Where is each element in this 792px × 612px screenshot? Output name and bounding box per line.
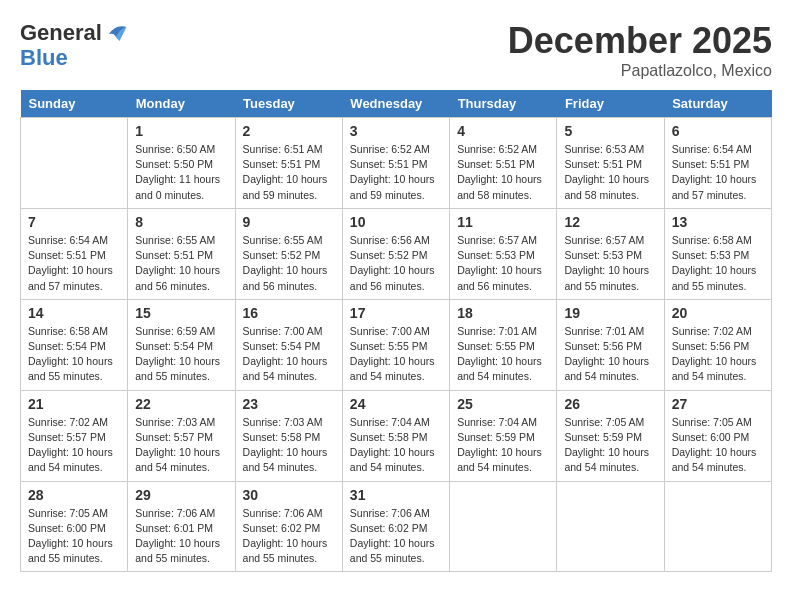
week-row-4: 21Sunrise: 7:02 AM Sunset: 5:57 PM Dayli… — [21, 390, 772, 481]
day-info: Sunrise: 7:00 AM Sunset: 5:54 PM Dayligh… — [243, 324, 335, 385]
day-cell: 31Sunrise: 7:06 AM Sunset: 6:02 PM Dayli… — [342, 481, 449, 572]
day-number: 10 — [350, 214, 442, 230]
day-info: Sunrise: 6:59 AM Sunset: 5:54 PM Dayligh… — [135, 324, 227, 385]
day-cell: 15Sunrise: 6:59 AM Sunset: 5:54 PM Dayli… — [128, 299, 235, 390]
day-number: 18 — [457, 305, 549, 321]
day-number: 3 — [350, 123, 442, 139]
day-info: Sunrise: 7:01 AM Sunset: 5:55 PM Dayligh… — [457, 324, 549, 385]
day-info: Sunrise: 6:50 AM Sunset: 5:50 PM Dayligh… — [135, 142, 227, 203]
day-number: 20 — [672, 305, 764, 321]
day-info: Sunrise: 7:04 AM Sunset: 5:58 PM Dayligh… — [350, 415, 442, 476]
day-number: 17 — [350, 305, 442, 321]
day-info: Sunrise: 6:57 AM Sunset: 5:53 PM Dayligh… — [457, 233, 549, 294]
day-cell: 27Sunrise: 7:05 AM Sunset: 6:00 PM Dayli… — [664, 390, 771, 481]
day-cell: 18Sunrise: 7:01 AM Sunset: 5:55 PM Dayli… — [450, 299, 557, 390]
day-cell: 5Sunrise: 6:53 AM Sunset: 5:51 PM Daylig… — [557, 118, 664, 209]
day-cell: 9Sunrise: 6:55 AM Sunset: 5:52 PM Daylig… — [235, 208, 342, 299]
day-info: Sunrise: 6:57 AM Sunset: 5:53 PM Dayligh… — [564, 233, 656, 294]
day-cell — [21, 118, 128, 209]
day-info: Sunrise: 7:02 AM Sunset: 5:56 PM Dayligh… — [672, 324, 764, 385]
day-number: 6 — [672, 123, 764, 139]
page-header: General Blue December 2025 Papatlazolco,… — [20, 20, 772, 80]
day-info: Sunrise: 7:05 AM Sunset: 5:59 PM Dayligh… — [564, 415, 656, 476]
day-info: Sunrise: 6:51 AM Sunset: 5:51 PM Dayligh… — [243, 142, 335, 203]
calendar-table: SundayMondayTuesdayWednesdayThursdayFrid… — [20, 90, 772, 572]
day-number: 26 — [564, 396, 656, 412]
month-title: December 2025 — [508, 20, 772, 62]
weekday-header-friday: Friday — [557, 90, 664, 118]
day-number: 25 — [457, 396, 549, 412]
day-info: Sunrise: 6:56 AM Sunset: 5:52 PM Dayligh… — [350, 233, 442, 294]
day-info: Sunrise: 7:06 AM Sunset: 6:02 PM Dayligh… — [350, 506, 442, 567]
day-number: 16 — [243, 305, 335, 321]
day-number: 4 — [457, 123, 549, 139]
weekday-header-sunday: Sunday — [21, 90, 128, 118]
day-info: Sunrise: 6:58 AM Sunset: 5:54 PM Dayligh… — [28, 324, 120, 385]
day-number: 2 — [243, 123, 335, 139]
week-row-3: 14Sunrise: 6:58 AM Sunset: 5:54 PM Dayli… — [21, 299, 772, 390]
weekday-header-wednesday: Wednesday — [342, 90, 449, 118]
day-number: 27 — [672, 396, 764, 412]
day-info: Sunrise: 6:52 AM Sunset: 5:51 PM Dayligh… — [350, 142, 442, 203]
logo-bird-icon — [102, 20, 130, 48]
day-info: Sunrise: 7:05 AM Sunset: 6:00 PM Dayligh… — [28, 506, 120, 567]
day-cell: 16Sunrise: 7:00 AM Sunset: 5:54 PM Dayli… — [235, 299, 342, 390]
weekday-header-monday: Monday — [128, 90, 235, 118]
day-number: 23 — [243, 396, 335, 412]
day-number: 13 — [672, 214, 764, 230]
day-number: 28 — [28, 487, 120, 503]
day-cell — [450, 481, 557, 572]
day-cell: 25Sunrise: 7:04 AM Sunset: 5:59 PM Dayli… — [450, 390, 557, 481]
day-number: 5 — [564, 123, 656, 139]
day-cell: 2Sunrise: 6:51 AM Sunset: 5:51 PM Daylig… — [235, 118, 342, 209]
day-number: 14 — [28, 305, 120, 321]
day-cell: 14Sunrise: 6:58 AM Sunset: 5:54 PM Dayli… — [21, 299, 128, 390]
day-info: Sunrise: 6:55 AM Sunset: 5:51 PM Dayligh… — [135, 233, 227, 294]
day-info: Sunrise: 6:52 AM Sunset: 5:51 PM Dayligh… — [457, 142, 549, 203]
day-number: 31 — [350, 487, 442, 503]
day-cell: 30Sunrise: 7:06 AM Sunset: 6:02 PM Dayli… — [235, 481, 342, 572]
day-cell: 12Sunrise: 6:57 AM Sunset: 5:53 PM Dayli… — [557, 208, 664, 299]
day-info: Sunrise: 7:03 AM Sunset: 5:58 PM Dayligh… — [243, 415, 335, 476]
week-row-2: 7Sunrise: 6:54 AM Sunset: 5:51 PM Daylig… — [21, 208, 772, 299]
day-cell — [664, 481, 771, 572]
day-cell: 22Sunrise: 7:03 AM Sunset: 5:57 PM Dayli… — [128, 390, 235, 481]
week-row-5: 28Sunrise: 7:05 AM Sunset: 6:00 PM Dayli… — [21, 481, 772, 572]
day-info: Sunrise: 6:55 AM Sunset: 5:52 PM Dayligh… — [243, 233, 335, 294]
day-cell: 1Sunrise: 6:50 AM Sunset: 5:50 PM Daylig… — [128, 118, 235, 209]
day-info: Sunrise: 7:04 AM Sunset: 5:59 PM Dayligh… — [457, 415, 549, 476]
week-row-1: 1Sunrise: 6:50 AM Sunset: 5:50 PM Daylig… — [21, 118, 772, 209]
day-info: Sunrise: 6:53 AM Sunset: 5:51 PM Dayligh… — [564, 142, 656, 203]
day-cell: 20Sunrise: 7:02 AM Sunset: 5:56 PM Dayli… — [664, 299, 771, 390]
logo-bottom-text: Blue — [20, 46, 130, 70]
day-number: 12 — [564, 214, 656, 230]
day-info: Sunrise: 7:01 AM Sunset: 5:56 PM Dayligh… — [564, 324, 656, 385]
day-cell: 21Sunrise: 7:02 AM Sunset: 5:57 PM Dayli… — [21, 390, 128, 481]
title-area: December 2025 Papatlazolco, Mexico — [508, 20, 772, 80]
logo: General Blue — [20, 20, 130, 70]
day-cell: 29Sunrise: 7:06 AM Sunset: 6:01 PM Dayli… — [128, 481, 235, 572]
day-cell: 19Sunrise: 7:01 AM Sunset: 5:56 PM Dayli… — [557, 299, 664, 390]
day-cell — [557, 481, 664, 572]
day-number: 11 — [457, 214, 549, 230]
day-number: 19 — [564, 305, 656, 321]
day-info: Sunrise: 6:54 AM Sunset: 5:51 PM Dayligh… — [672, 142, 764, 203]
day-cell: 6Sunrise: 6:54 AM Sunset: 5:51 PM Daylig… — [664, 118, 771, 209]
day-info: Sunrise: 7:02 AM Sunset: 5:57 PM Dayligh… — [28, 415, 120, 476]
day-cell: 4Sunrise: 6:52 AM Sunset: 5:51 PM Daylig… — [450, 118, 557, 209]
day-info: Sunrise: 6:58 AM Sunset: 5:53 PM Dayligh… — [672, 233, 764, 294]
weekday-header-tuesday: Tuesday — [235, 90, 342, 118]
day-number: 15 — [135, 305, 227, 321]
day-cell: 17Sunrise: 7:00 AM Sunset: 5:55 PM Dayli… — [342, 299, 449, 390]
day-info: Sunrise: 7:03 AM Sunset: 5:57 PM Dayligh… — [135, 415, 227, 476]
day-info: Sunrise: 6:54 AM Sunset: 5:51 PM Dayligh… — [28, 233, 120, 294]
weekday-header-thursday: Thursday — [450, 90, 557, 118]
day-number: 1 — [135, 123, 227, 139]
day-number: 24 — [350, 396, 442, 412]
day-cell: 11Sunrise: 6:57 AM Sunset: 5:53 PM Dayli… — [450, 208, 557, 299]
logo-text: General — [20, 20, 130, 48]
day-cell: 3Sunrise: 6:52 AM Sunset: 5:51 PM Daylig… — [342, 118, 449, 209]
day-number: 30 — [243, 487, 335, 503]
day-info: Sunrise: 7:05 AM Sunset: 6:00 PM Dayligh… — [672, 415, 764, 476]
weekday-header-saturday: Saturday — [664, 90, 771, 118]
